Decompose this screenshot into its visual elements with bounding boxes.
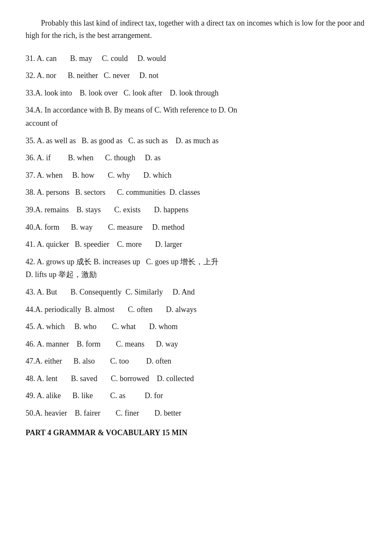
question-item: 43. A. But B. Consequently C. Similarly … xyxy=(26,286,366,299)
question-item: 48. A. lent B. saved C. borrowed D. coll… xyxy=(26,372,366,385)
question-text-line2: D. lifts up 举起，激励 xyxy=(26,270,97,279)
question-item: 33.A. look into B. look over C. look aft… xyxy=(26,87,366,100)
question-text: 34.A. In accordance with B. By means of … xyxy=(26,106,237,114)
question-text: 48. A. lent B. saved C. borrowed D. coll… xyxy=(26,374,194,383)
question-text: 50.A. heavier B. fairer C. finer D. bett… xyxy=(26,409,181,417)
question-text: 36. A. if B. when C. though D. as xyxy=(26,153,161,162)
question-text: 44.A. periodically B. almost C. often D.… xyxy=(26,305,196,314)
question-item: 37. A. when B. how C. why D. which xyxy=(26,169,366,182)
questions-list: 31. A. can B. may C. could D. would 32. … xyxy=(26,52,366,420)
question-text: 37. A. when B. how C. why D. which xyxy=(26,171,172,179)
question-item: 41. A. quicker B. speedier C. more D. la… xyxy=(26,238,366,251)
question-item: 49. A. alike B. like C. as D. for xyxy=(26,389,366,402)
question-item: 39.A. remains B. stays C. exists D. happ… xyxy=(26,203,366,217)
question-text: 45. A. which B. who C. what D. whom xyxy=(26,322,178,331)
question-text: 47.A. either B. also C. too D. often xyxy=(26,357,171,365)
question-text: 31. A. can B. may C. could D. would xyxy=(26,54,166,63)
question-item: 46. A. manner B. form C. means D. way xyxy=(26,338,366,351)
question-item: 50.A. heavier B. fairer C. finer D. bett… xyxy=(26,407,366,420)
question-text: 46. A. manner B. form C. means D. way xyxy=(26,340,178,348)
question-text: 38. A. persons B. sectors C. communities… xyxy=(26,188,200,197)
question-item: 38. A. persons B. sectors C. communities… xyxy=(26,186,366,199)
question-item: 36. A. if B. when C. though D. as xyxy=(26,151,366,165)
question-item: 47.A. either B. also C. too D. often xyxy=(26,355,366,368)
question-text-line2: account of xyxy=(26,119,58,127)
question-item: 44.A. periodically B. almost C. often D.… xyxy=(26,303,366,316)
question-item: 32. A. nor B. neither C. never D. not xyxy=(26,69,366,82)
question-text: 41. A. quicker B. speedier C. more D. la… xyxy=(26,240,182,249)
question-text: 49. A. alike B. like C. as D. for xyxy=(26,391,163,400)
question-text: 43. A. But B. Consequently C. Similarly … xyxy=(26,288,195,296)
question-item: 31. A. can B. may C. could D. would xyxy=(26,52,366,65)
question-text: 39.A. remains B. stays C. exists D. happ… xyxy=(26,205,188,214)
question-item: 34.A. In accordance with B. By means of … xyxy=(26,104,366,130)
question-text: 42. A. grows up 成长 B. increases up C. go… xyxy=(26,257,219,266)
question-item: 40.A. form B. way C. measure D. method xyxy=(26,221,366,234)
question-text: 32. A. nor B. neither C. never D. not xyxy=(26,71,159,80)
intro-paragraph: Probably this last kind of indirect tax,… xyxy=(26,17,366,42)
question-text: 33.A. look into B. look over C. look aft… xyxy=(26,89,219,97)
question-text: 35. A. as well as B. as good as C. as su… xyxy=(26,136,219,145)
question-text: 40.A. form B. way C. measure D. method xyxy=(26,223,184,231)
question-item: 45. A. which B. who C. what D. whom xyxy=(26,320,366,333)
part-header: PART 4 GRAMMAR & VOCABULARY 15 MIN xyxy=(26,428,366,437)
question-item: 35. A. as well as B. as good as C. as su… xyxy=(26,134,366,147)
question-item: 42. A. grows up 成长 B. increases up C. go… xyxy=(26,255,366,281)
